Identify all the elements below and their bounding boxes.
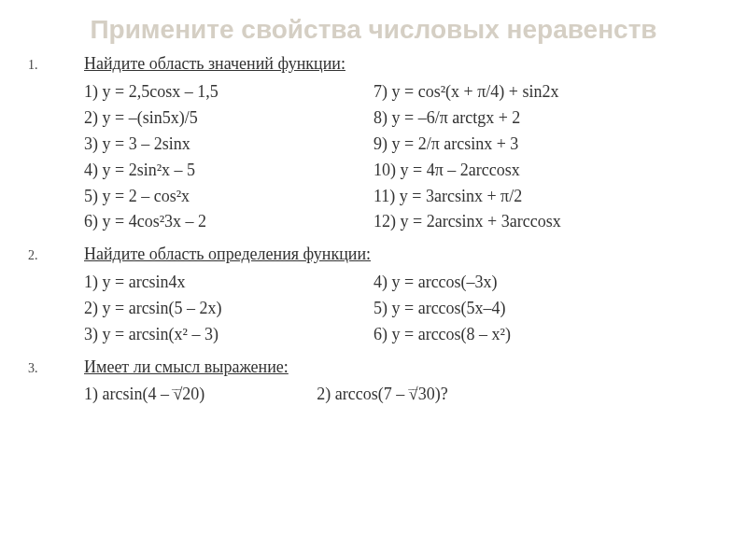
s1-r-8: 8) у = –6/π arctgх + 2: [374, 105, 710, 132]
s2-r-6: 6) у = arccos(8 – х²): [374, 322, 710, 348]
s1-r-11: 11) у = 3arcsinх + π/2: [374, 184, 710, 210]
section-2-num: 2.: [28, 246, 84, 263]
s1-l-3: 3) у = 3 – 2sinх: [84, 132, 374, 158]
s1-l-1: 1) у = 2,5соsх – 1,5: [84, 79, 374, 105]
section-2-heading: Найдите область определения функции:: [84, 245, 371, 264]
section-1-header: 1. Найдите область значений функции:: [28, 54, 719, 79]
s2-r-4: 4) у = arccos(–3х): [374, 270, 710, 296]
s2-l-1: 1) у = arcsin4х: [84, 270, 374, 296]
section-3-header: 3. Имеет ли смысл выражение:: [28, 357, 719, 383]
s1-r-7: 7) у = cos²(х + π/4) + sin2х: [374, 79, 710, 105]
section-3-heading: Имеет ли смысл выражение:: [84, 357, 289, 377]
section-3-body: __ 1) arcsin(4 – √20) __ 2) arccos(7 – √…: [84, 383, 719, 404]
slide-title: Примените свойства числовых неравенств: [28, 15, 719, 45]
section-1-col-right: 7) у = cos²(х + π/4) + sin2х 8) у = –6/π…: [374, 79, 710, 235]
section-3-num: 3.: [28, 359, 84, 376]
section-2-header: 2. Найдите область определения функции:: [28, 245, 719, 270]
s2-l-2: 2) у = arcsin(5 – 2х): [84, 296, 374, 322]
s1-l-5: 5) у = 2 – cos²х: [84, 184, 374, 210]
section-2-col-right: 4) у = arccos(–3х) 5) у = arccos(5х–4) 6…: [374, 270, 710, 348]
s1-l-2: 2) у = –(sin5х)/5: [84, 105, 374, 132]
s1-l-6: 6) у = 4cos²3х – 2: [84, 209, 374, 235]
s3-item-1-text: 1) arcsin(4 – √20): [84, 385, 204, 403]
s1-r-9: 9) у = 2/π arcsinх + 3: [374, 132, 710, 158]
section-1-heading: Найдите область значений функции:: [84, 54, 345, 74]
s1-l-4: 4) у = 2sin²х – 5: [84, 158, 374, 184]
s3-item-2: __ 2) arccos(7 – √30)?: [317, 383, 447, 404]
slide-content: Примените свойства числовых неравенств 1…: [0, 0, 747, 423]
s2-l-3: 3) у = arcsin(х² – 3): [84, 322, 374, 348]
section-1-num: 1.: [28, 56, 84, 73]
s2-r-5: 5) у = arccos(5х–4): [374, 296, 710, 322]
s3-item-1: __ 1) arcsin(4 – √20): [84, 383, 204, 404]
s1-r-10: 10) у = 4π – 2arccosх: [374, 158, 710, 184]
section-2-body: 1) у = arcsin4х 2) у = arcsin(5 – 2х) 3)…: [84, 270, 719, 348]
section-1-body: 1) у = 2,5соsх – 1,5 2) у = –(sin5х)/5 3…: [84, 79, 719, 235]
section-1-col-left: 1) у = 2,5соsх – 1,5 2) у = –(sin5х)/5 3…: [84, 79, 374, 235]
s3-item-2-text: 2) arccos(7 – √30)?: [317, 385, 447, 403]
section-2-col-left: 1) у = arcsin4х 2) у = arcsin(5 – 2х) 3)…: [84, 270, 374, 348]
s1-r-12: 12) у = 2arcsinх + 3arccosх: [374, 209, 710, 235]
